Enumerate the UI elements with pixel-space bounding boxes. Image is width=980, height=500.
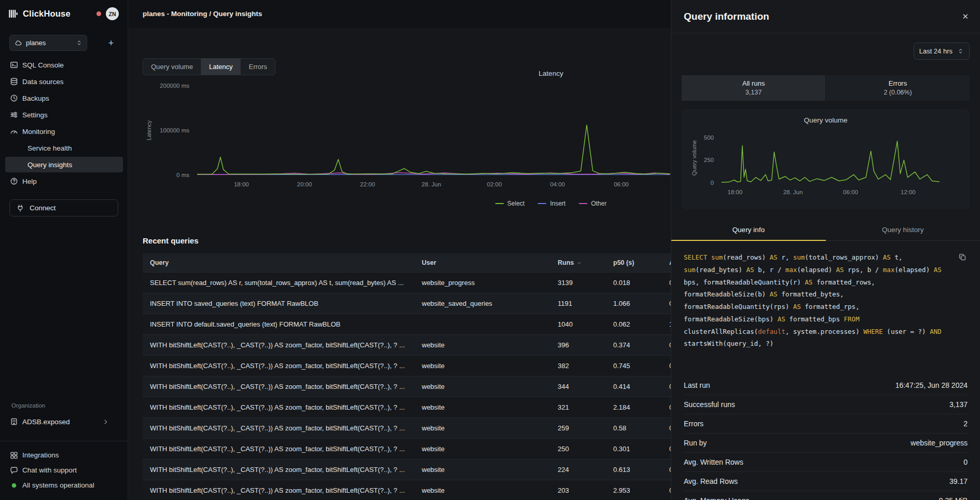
stat-tab-errors[interactable]: Errors2 (0.06%)	[825, 75, 970, 101]
sidebar-item-data-sources[interactable]: Data sources	[5, 74, 123, 89]
detail-row-avg-read-rows: Avg. Read Rows39.17	[684, 472, 968, 491]
cell-runs: 1040	[550, 320, 606, 328]
sidebar-item-query-insights[interactable]: Query insights	[5, 157, 123, 172]
avatar[interactable]: ZN	[106, 7, 119, 20]
table-row[interactable]: WITH bitShiftLeft(CAST(?..), _CAST(?..))…	[143, 438, 671, 459]
tab-query-info[interactable]: Query info	[671, 220, 826, 240]
table-row[interactable]: SELECT sum(read_rows) AS r, sum(total_ro…	[143, 272, 671, 293]
legend-item-other: Other	[579, 200, 606, 207]
detail-value: 39.17	[949, 477, 968, 485]
cell-user: website	[415, 362, 550, 370]
detail-label: Avg. Written Rows	[684, 458, 743, 466]
monitoring-icon	[10, 127, 18, 136]
connect-button[interactable]: Connect	[9, 199, 118, 217]
detail-value: 16:47:25, Jun 28 2024	[895, 381, 968, 389]
cell-avg: 0	[662, 279, 671, 287]
detail-label: Avg. Memory Usage	[684, 496, 750, 500]
stat-tab-all-runs[interactable]: All runs3,137	[682, 75, 825, 101]
time-range-select[interactable]: Last 24 hrs	[914, 43, 970, 60]
sidebar-item-service-health[interactable]: Service health	[5, 140, 123, 156]
x-tick-label: 06:00	[843, 189, 858, 195]
cell-user: website	[415, 487, 550, 494]
chart-title: Query volume	[682, 109, 970, 124]
cell-runs: 1191	[550, 300, 606, 307]
column-header-runs[interactable]: Runs	[550, 259, 606, 266]
organization-name: ADSB.exposed	[22, 418, 70, 426]
table-row[interactable]: WITH bitShiftLeft(CAST(?..), _CAST(?..))…	[143, 397, 671, 417]
column-header-p50-s[interactable]: p50 (s)	[606, 259, 662, 266]
clickhouse-logo-icon	[8, 9, 18, 19]
chart-title: Latency	[539, 70, 563, 77]
table-row[interactable]: WITH bitShiftLeft(CAST(?..), _CAST(?..))…	[143, 459, 671, 480]
connect-button-label: Connect	[30, 204, 56, 212]
sidebar-item-help[interactable]: Help	[5, 173, 123, 189]
recent-queries-table: QueryUserRunsp50 (s)Avg SELECT sum(read_…	[143, 253, 671, 500]
cell-avg: 0	[662, 383, 671, 390]
sidebar-footer-chat-with-support[interactable]: Chat with support	[0, 463, 128, 478]
table-row[interactable]: INSERT INTO saved_queries (text) FORMAT …	[143, 293, 671, 314]
query-information-panel: Query information ✕ Last 24 hrs All runs…	[671, 0, 980, 500]
sidebar-footer: IntegrationsChat with supportAll systems…	[0, 448, 128, 493]
footer-item-label: Chat with support	[22, 466, 77, 474]
cell-query: WITH bitShiftLeft(CAST(?..), _CAST(?..))…	[143, 445, 415, 453]
logo-row: ClickHouse ZN	[0, 0, 128, 28]
x-tick-label: 12:00	[901, 189, 916, 195]
cell-query: WITH bitShiftLeft(CAST(?..), _CAST(?..))…	[143, 424, 415, 432]
sidebar-footer-integrations[interactable]: Integrations	[0, 448, 128, 463]
copy-icon	[958, 253, 967, 261]
x-tick-label: 02:00	[487, 181, 502, 187]
sidebar-item-backups[interactable]: Backups	[5, 90, 123, 106]
column-header-query[interactable]: Query	[143, 259, 415, 266]
legend-swatch-icon	[538, 203, 546, 204]
cell-avg: 0	[662, 424, 671, 432]
x-tick-label: 20:00	[297, 181, 312, 187]
organization-selector[interactable]: ADSB.exposed	[0, 414, 128, 429]
query-volume-chart: Query volume Query volume 5002500 18:002…	[682, 109, 970, 209]
table-row[interactable]: WITH bitShiftLeft(CAST(?..), _CAST(?..))…	[143, 417, 671, 438]
detail-row-last-run: Last run16:47:25, Jun 28 2024	[684, 376, 968, 395]
service-row: planes +	[9, 35, 118, 51]
y-tick-label: 250	[704, 157, 714, 163]
cell-p50: 2.953	[606, 487, 662, 494]
close-icon[interactable]: ✕	[962, 12, 969, 21]
x-tick-label: 18:00	[234, 181, 249, 187]
table-row[interactable]: WITH bitShiftLeft(CAST(?..), _CAST(?..))…	[143, 334, 671, 355]
table-body: SELECT sum(read_rows) AS r, sum(total_ro…	[143, 272, 671, 500]
chevron-updown-icon	[957, 48, 964, 55]
table-row[interactable]: INSERT INTO default.saved_queries (text)…	[143, 314, 671, 334]
detail-row-avg-memory-usage: Avg. Memory Usage9.35 MiB	[684, 491, 968, 500]
stat-tab-value: 3,137	[682, 89, 825, 96]
x-axis-ticks: 18:0028. Jun06:0012:00	[719, 189, 964, 197]
column-header-user[interactable]: User	[415, 259, 550, 266]
breadcrumb: planes - Monitoring / Query insights	[143, 10, 262, 18]
sidebar-item-sql-console[interactable]: SQL Console	[5, 57, 123, 73]
table-row[interactable]: WITH bitShiftLeft(CAST(?..), _CAST(?..))…	[143, 480, 671, 500]
chart-legend: SelectInsertOther	[495, 200, 606, 207]
sidebar-item-settings[interactable]: Settings	[5, 107, 123, 123]
series-query-volume	[722, 141, 940, 182]
legend-swatch-icon	[495, 203, 504, 204]
copy-icon[interactable]	[958, 252, 968, 262]
sidebar-footer-all-systems-operational[interactable]: All systems operational	[0, 478, 128, 493]
main-content: planes - Monitoring / Query insights Que…	[128, 0, 671, 500]
table-row[interactable]: WITH bitShiftLeft(CAST(?..), _CAST(?..))…	[143, 376, 671, 397]
add-service-button[interactable]: +	[104, 36, 118, 50]
y-tick-label: 0	[711, 180, 714, 186]
help-icon	[10, 177, 18, 185]
column-header-avg[interactable]: Avg	[662, 259, 671, 266]
recent-queries-title: Recent queries	[143, 236, 199, 245]
cell-p50: 0.062	[606, 320, 662, 328]
sidebar-item-monitoring[interactable]: Monitoring	[5, 124, 123, 139]
tab-query-history[interactable]: Query history	[826, 220, 980, 240]
cell-avg: 0	[662, 341, 671, 349]
detail-value: 0	[963, 458, 968, 466]
column-header-label: p50 (s)	[613, 259, 634, 266]
table-row[interactable]: WITH bitShiftLeft(CAST(?..), _CAST(?..))…	[143, 355, 671, 376]
query-volume-plot-area	[719, 133, 964, 183]
chevron-updown-icon	[76, 39, 82, 46]
y-axis-ticks: 5002500	[682, 133, 714, 183]
service-selector[interactable]: planes	[9, 35, 87, 51]
cell-runs: 203	[550, 487, 606, 494]
sidebar: ClickHouse ZN planes + SQL ConsoleData s…	[0, 0, 128, 500]
sidebar-item-label: Backups	[22, 94, 49, 102]
